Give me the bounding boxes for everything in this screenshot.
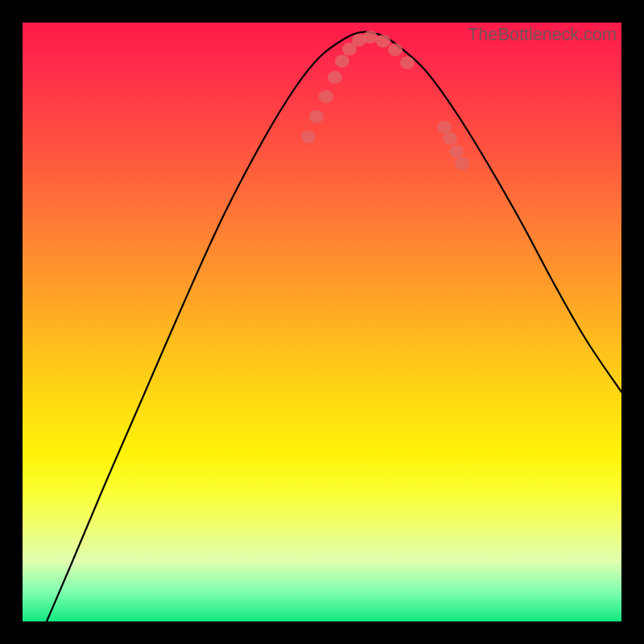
marker-point: [449, 145, 464, 158]
marker-point: [437, 121, 452, 134]
marker-point: [309, 110, 324, 123]
marker-point: [328, 71, 342, 84]
plot-area: [23, 23, 621, 621]
marker-point: [388, 43, 402, 56]
marker-point: [400, 56, 415, 69]
marker-point: [319, 90, 333, 103]
watermark-text: TheBottleneck.com: [468, 24, 617, 45]
curve-layer: [23, 23, 621, 621]
marker-point: [443, 132, 457, 145]
bottleneck-curve: [47, 32, 621, 621]
marker-point: [301, 130, 316, 143]
chart-container: TheBottleneck.com: [0, 0, 644, 644]
marker-point: [363, 31, 378, 43]
marker-point: [376, 35, 390, 47]
marker-point: [455, 157, 469, 170]
marker-point: [335, 55, 349, 68]
